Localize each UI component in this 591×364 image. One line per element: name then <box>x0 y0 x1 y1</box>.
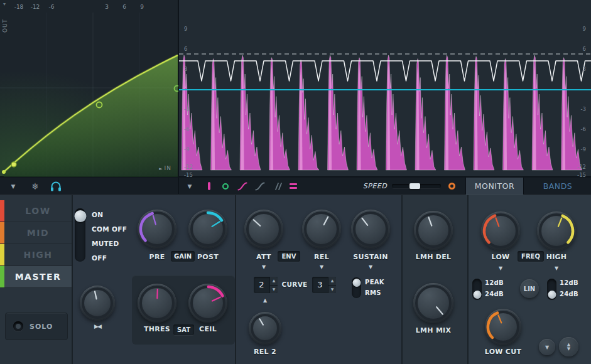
freeze-icon[interactable]: ❄ <box>29 178 41 195</box>
panel-corner-marker-icon[interactable]: ▾ <box>3 1 6 7</box>
high-menu-arrow-icon[interactable]: ▼ <box>551 265 561 271</box>
switch-option-muted[interactable]: MUTED <box>92 240 119 247</box>
preset-updown-button[interactable]: ▲▼ <box>559 337 578 356</box>
lin-phase-button[interactable]: LIN <box>520 279 539 298</box>
release-knob[interactable] <box>302 210 341 249</box>
display-mode-curve-icon[interactable] <box>237 178 248 195</box>
divider <box>401 195 403 364</box>
release-curve-value: 3 <box>312 277 328 293</box>
display-mode-bar-icon[interactable] <box>205 178 214 195</box>
tab-bands[interactable]: BANDS <box>524 178 591 195</box>
out-axis-label: OUT <box>2 15 8 36</box>
curve-menu-arrow-icon[interactable]: ▼ <box>8 178 19 195</box>
low-slope-switch[interactable] <box>472 279 482 300</box>
headphones-icon[interactable] <box>49 178 63 195</box>
band-row-high[interactable]: HIGH <box>0 244 72 266</box>
low-menu-arrow-icon[interactable]: ▼ <box>496 265 506 271</box>
low-slope-12db-label[interactable]: 12dB <box>485 279 504 286</box>
threshold-knob[interactable] <box>138 284 176 323</box>
svg-text:6: 6 <box>184 46 187 52</box>
preset-menu-button[interactable]: ▼ <box>539 339 555 355</box>
band-state-switch[interactable] <box>75 208 85 262</box>
display-mode-equals-icon[interactable] <box>288 178 298 195</box>
release-menu-arrow-icon[interactable]: ▼ <box>317 264 327 270</box>
display-mode-circle-icon[interactable] <box>220 178 230 195</box>
band-label-mid: MID <box>0 228 72 238</box>
svg-text:-12: -12 <box>577 164 586 170</box>
peak-label[interactable]: PEAK <box>365 279 384 286</box>
tab-monitor[interactable]: MONITOR <box>465 178 524 195</box>
compression-curve[interactable] <box>0 0 178 177</box>
sustain-knob[interactable] <box>351 210 390 249</box>
high-slope-switch[interactable] <box>547 279 556 300</box>
band-state-switch-handle[interactable] <box>74 210 86 222</box>
waveform-display: 996633-3-3-6-6-9-9-12-12-15-15 <box>179 0 591 177</box>
high-freq-knob[interactable] <box>537 211 576 250</box>
release2-up-arrow-icon[interactable]: ▲ <box>260 297 270 303</box>
divider <box>72 195 73 364</box>
band-row-master[interactable]: MASTER <box>0 266 72 288</box>
lmh-delay-knob[interactable] <box>414 211 453 250</box>
pre-gain-knob[interactable] <box>138 210 176 249</box>
record-scope-icon[interactable] <box>446 178 457 195</box>
stepper-down-icon[interactable]: ▼ <box>328 286 336 294</box>
ceiling-knob[interactable] <box>188 284 227 323</box>
low-freq-knob[interactable] <box>481 211 520 250</box>
sustain-menu-arrow-icon[interactable]: ▼ <box>366 264 376 270</box>
scope-menu-arrow-icon[interactable]: ▼ <box>184 178 195 195</box>
attack-knob[interactable] <box>244 210 283 249</box>
compression-curve-panel[interactable]: ▾ OUT -18-12-6369 ►IN <box>0 0 178 177</box>
band-row-low[interactable]: LOW <box>0 200 72 222</box>
low-cut-knob[interactable] <box>485 309 521 345</box>
switch-option-on[interactable]: ON <box>92 211 103 218</box>
out-scale-tick: 6 <box>122 4 126 10</box>
display-mode-lines-icon[interactable] <box>272 178 283 195</box>
band-color-mid <box>0 222 4 244</box>
svg-text:9: 9 <box>184 26 187 32</box>
waveform-monitor-panel: 996633-3-3-6-6-9-9-12-12-15-15 <box>179 0 591 177</box>
lmh-mix-label: LMH MIX <box>402 326 465 335</box>
svg-text:-9: -9 <box>581 146 586 153</box>
speed-label: SPEED <box>362 178 388 195</box>
svg-text:-12: -12 <box>184 164 193 170</box>
speed-slider[interactable] <box>392 178 441 195</box>
high-slope-switch-handle[interactable] <box>548 291 556 299</box>
peak-rms-switch-handle[interactable] <box>352 279 361 287</box>
high-label: HIGH <box>525 253 588 261</box>
band-selector: LOW MID HIGH MASTER SOLO <box>0 195 72 364</box>
sustain-label: SUSTAIN <box>339 253 402 261</box>
rms-label[interactable]: RMS <box>365 289 381 296</box>
high-slope-24db-label[interactable]: 24dB <box>560 291 578 297</box>
switch-option-off[interactable]: OFF <box>92 254 107 262</box>
stereo-link-icon[interactable]: ▶◀ <box>89 323 106 329</box>
peak-rms-switch[interactable] <box>352 277 361 298</box>
band-row-mid[interactable]: MID <box>0 222 72 244</box>
in-axis-label: ►IN <box>159 165 171 171</box>
release2-knob[interactable] <box>249 312 281 345</box>
high-slope-12db-label[interactable]: 12dB <box>560 279 578 286</box>
solo-button[interactable]: SOLO <box>5 313 68 340</box>
up-down-arrows-icon: ▲▼ <box>567 343 570 351</box>
band-pan-knob[interactable] <box>80 286 115 321</box>
low-slope-24db-label[interactable]: 24dB <box>485 291 504 297</box>
stepper-up-icon[interactable]: ▲ <box>328 277 336 286</box>
release-curve-stepper[interactable]: 3 ▲▼ <box>312 277 336 293</box>
band-label-low: LOW <box>0 206 72 216</box>
lmh-mix-knob[interactable] <box>413 283 453 323</box>
in-arrow-icon: ► <box>159 166 163 171</box>
speed-slider-handle[interactable] <box>409 183 420 189</box>
switch-option-com-off[interactable]: COM OFF <box>92 225 127 233</box>
divider <box>235 195 236 364</box>
out-scale-tick: 3 <box>105 4 109 10</box>
release2-label: REL 2 <box>234 348 296 356</box>
attack-menu-arrow-icon[interactable]: ▼ <box>259 264 269 270</box>
svg-text:3: 3 <box>184 66 187 72</box>
low-slope-switch-handle[interactable] <box>473 291 481 299</box>
post-gain-knob[interactable] <box>188 210 227 249</box>
display-mode-curve2-icon[interactable] <box>254 178 266 195</box>
out-scale-tick: 9 <box>140 4 144 10</box>
svg-text:-15: -15 <box>577 172 586 177</box>
svg-text:-3: -3 <box>184 106 189 112</box>
svg-text:-3: -3 <box>581 106 586 112</box>
band-label-high: HIGH <box>0 250 72 260</box>
